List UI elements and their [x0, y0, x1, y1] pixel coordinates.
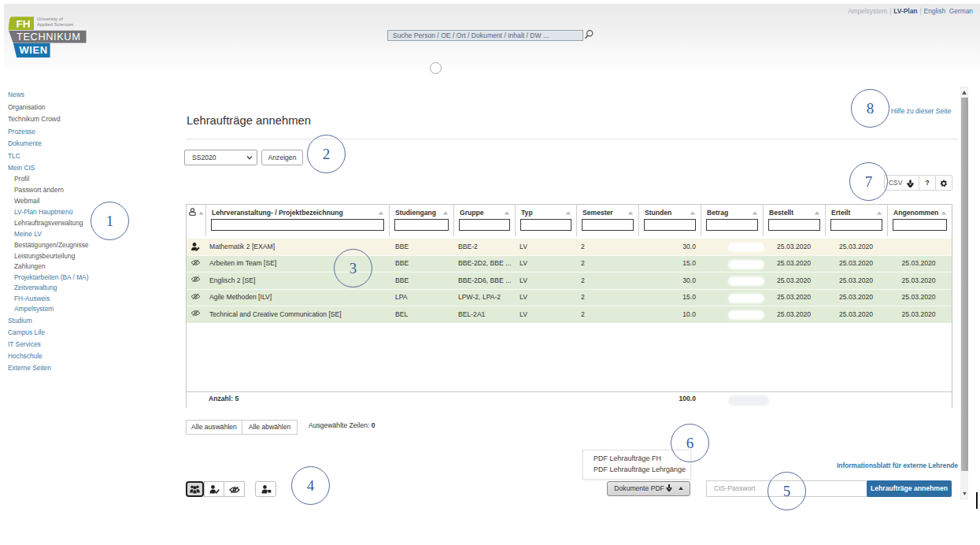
svg-text:Applied Sciences: Applied Sciences [37, 22, 73, 27]
svg-text:TECHNIKUM: TECHNIKUM [17, 31, 80, 43]
svg-text:University of: University of [37, 17, 63, 21]
svg-text:WIEN: WIEN [20, 44, 48, 56]
svg-text:FH: FH [17, 18, 31, 30]
